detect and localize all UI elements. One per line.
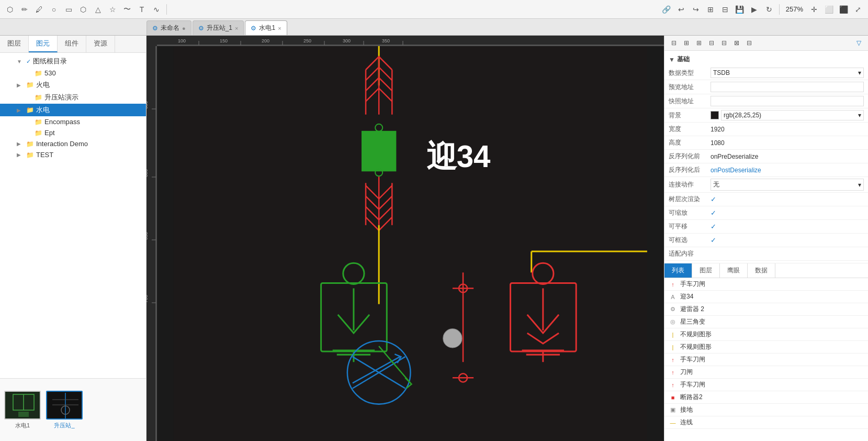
rp-tab-data[interactable]: 数据 [748,263,775,278]
tree-item-encompass[interactable]: ▶ 📁 Encompass [0,116,146,127]
rp-tab-list[interactable]: 列表 [664,263,692,278]
rp-filter-icon[interactable]: ▽ [853,38,864,48]
rp-tab-layer[interactable]: 图层 [692,263,720,278]
rp-tab-eagle-eye[interactable]: 鹰眼 [720,263,748,278]
tab-close-unnamed[interactable]: ● [182,25,186,31]
tab-substation1[interactable]: ⚙ 升压站_1 × [193,20,244,35]
rp-align-center-icon[interactable]: ⊞ [694,38,704,48]
background-color-swatch[interactable] [711,111,719,119]
list-item-2[interactable]: ⚙ 避雷器 2 [664,303,868,316]
prop-select-background[interactable]: rgb(28,25,25) ▾ [721,110,864,120]
tree-expand-w[interactable]: ▶ [17,107,24,113]
grid-icon[interactable]: ⊞ [705,4,716,15]
section-header-basic[interactable]: ▼ 基础 [664,53,868,66]
tab-close-substation1[interactable]: × [235,25,238,31]
list-icon-4: | [669,332,677,338]
pannable-check[interactable]: ✓ [711,223,716,230]
list-label-3: 星三角变 [680,317,705,326]
sidebar-tab-element[interactable]: 图元 [29,36,58,52]
selectable-check[interactable]: ✓ [711,236,716,244]
prop-label-predeserialize: 反序列化前 [669,152,711,161]
hexagon-tool-icon[interactable]: ⬡ [77,4,89,15]
list-item-3[interactable]: ◎ 星三角变 [664,316,868,328]
wave-tool-icon[interactable]: ∿ [151,4,162,15]
rp-distribute-v-icon[interactable]: ⊟ [744,38,754,48]
tree-expand-root[interactable]: ▼ [17,59,24,64]
align-icon[interactable]: ⊟ [719,4,731,15]
height-value: 1080 [711,139,725,147]
tab-close-hydro1[interactable]: × [278,25,281,31]
rp-align-bottom-icon[interactable]: ⊟ [719,38,729,48]
canvas-content[interactable]: 迎34 [157,46,664,441]
select-tool-icon[interactable]: ⬡ [4,4,16,15]
save-icon[interactable]: 💾 [734,4,746,15]
redo-icon[interactable]: ↪ [690,4,702,15]
canvas-area[interactable]: 100 150 200 250 300 350 550 600 [146,36,664,441]
tab-hydro1[interactable]: ⚙ 水电1 × [245,20,287,35]
thumbnail-hydro1[interactable]: 水电1 [4,391,41,429]
tree-item-water[interactable]: ▶ 📁 水电 [0,104,146,116]
tree-item-interaction-demo[interactable]: ▶ 📁 Interaction Demo [0,138,146,149]
circle-tool-icon[interactable]: ○ [48,4,60,15]
list-label-4: 不规则图形 [680,330,712,339]
prop-row-fit-content: 适配内容 [664,247,868,261]
list-label-1: 迎34 [680,292,693,301]
star-tool-icon[interactable]: ☆ [107,4,118,15]
prop-select-datatype[interactable]: TSDB ▾ [711,68,864,78]
list-item-4[interactable]: | 不规则图形 [664,328,868,341]
sidebar-tab-resource[interactable]: 资源 [86,36,115,52]
tree-expand-id[interactable]: ▶ [17,141,24,147]
prop-select-connect-action[interactable]: 无 ▾ [711,179,864,191]
rp-align-left-icon[interactable]: ⊞ [681,38,692,48]
tree-expand-test[interactable]: ▶ [17,152,24,158]
play-icon[interactable]: ▶ [749,4,760,15]
prop-label-tree-render: 树层次渲染 [669,195,711,204]
pen-tool-icon[interactable]: 🖊 [33,4,45,15]
list-item-9[interactable]: ■ 断路器2 [664,391,868,404]
list-item-7[interactable]: ↑ 刀闸 [664,366,868,379]
thumbnail-substation[interactable]: 升压站_ [46,391,83,429]
curve-tool-icon[interactable]: 〜 [121,4,133,15]
tree-item-530[interactable]: ▶ 📁 530 [0,68,146,79]
rp-columns-icon[interactable]: ⊟ [669,38,679,48]
tree-item-substation-demo[interactable]: ▶ 📁 升压站演示 [0,91,146,104]
rect-tool-icon[interactable]: ▭ [63,4,74,15]
prop-input-previewurl[interactable] [711,82,864,92]
postdeserialize-link[interactable]: onPostDeserialize [711,167,761,174]
thumbnail-img-substation [46,391,83,420]
list-item-5[interactable]: | 不规则图形 [664,341,868,354]
prop-input-snapshoturl[interactable] [711,96,864,106]
pencil-tool-icon[interactable]: ✏ [19,4,30,15]
fullscreen-icon[interactable]: ⤢ [852,4,864,15]
scalable-check[interactable]: ✓ [711,209,716,217]
sidebar-tab-component[interactable]: 组件 [58,36,86,52]
max-window-icon[interactable]: ⬛ [838,4,849,15]
triangle-tool-icon[interactable]: △ [92,4,104,15]
list-item-10[interactable]: ▣ 接地 [664,404,868,416]
tree-expand-hp[interactable]: ▶ [17,82,24,88]
rp-align-top-icon[interactable]: ⊟ [706,38,717,48]
refresh-icon[interactable]: ↻ [763,4,775,15]
list-item-1[interactable]: A 迎34 [664,291,868,303]
list-item-0[interactable]: ↑ 手车刀闸 [664,278,868,291]
list-item-8[interactable]: ↑ 手车刀闸 [664,379,868,391]
sidebar-tab-layer[interactable]: 图层 [0,36,29,52]
text-tool-icon[interactable]: T [136,4,148,15]
tree-item-hydropower[interactable]: ▶ 📁 火电 [0,79,146,91]
rp-distribute-h-icon[interactable]: ⊠ [731,38,742,48]
tree-item-ept[interactable]: ▶ 📁 Ept [0,127,146,138]
crosshair-icon[interactable]: ✛ [808,4,820,15]
link-icon[interactable]: 🔗 [661,4,672,15]
undo-icon[interactable]: ↩ [675,4,687,15]
list-item-6[interactable]: ↑ 手车刀闸 [664,354,868,366]
window-icon[interactable]: ⬜ [823,4,835,15]
tree-item-test[interactable]: ▶ 📁 TEST [0,149,146,160]
tab-unnamed[interactable]: ⚙ 未命名 ● [146,20,191,35]
ruler-corner [146,36,157,46]
tree-render-check[interactable]: ✓ [711,195,716,203]
tree-item-root[interactable]: ▼ ✓ 图纸根目录 [0,55,146,68]
svg-text:300: 300 [343,38,351,43]
list-icon-9: ■ [669,394,677,401]
tab-icon-unnamed: ⚙ [152,25,158,32]
list-item-11[interactable]: — 连线 [664,416,868,429]
